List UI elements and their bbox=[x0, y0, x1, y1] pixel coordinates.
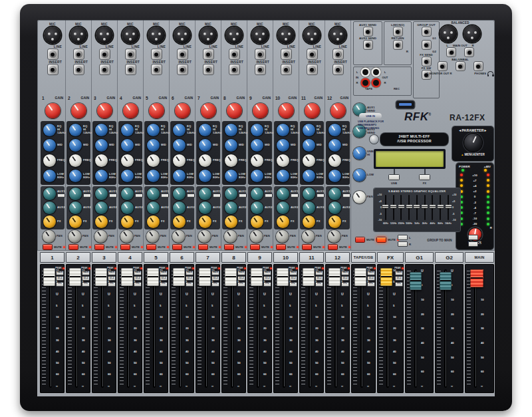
eq-freq-knob[interactable] bbox=[147, 154, 160, 167]
geq-slider-cap[interactable] bbox=[422, 205, 428, 208]
main-assign-button[interactable]: MAIN bbox=[237, 271, 245, 275]
fx-knob[interactable] bbox=[329, 215, 341, 228]
group-assign-button[interactable]: G1-2 bbox=[134, 276, 142, 281]
eq-mid-knob[interactable] bbox=[69, 139, 82, 152]
aux2-knob[interactable] bbox=[277, 202, 289, 214]
group-assign-button[interactable]: G1-2 bbox=[395, 276, 403, 281]
fx-knob[interactable] bbox=[69, 215, 82, 228]
group-assign-button[interactable]: G1-2 bbox=[289, 276, 297, 281]
mute-button[interactable] bbox=[120, 244, 130, 250]
geq-slider[interactable]: 120Hz bbox=[390, 194, 397, 224]
main-assign-button[interactable]: MAIN bbox=[395, 271, 403, 275]
gain-knob[interactable] bbox=[45, 103, 61, 118]
pan-knob[interactable] bbox=[276, 230, 289, 243]
pfl-button[interactable]: PFL bbox=[367, 282, 375, 287]
aux-pre-button[interactable] bbox=[135, 194, 143, 198]
eq-hi-knob[interactable] bbox=[251, 124, 263, 136]
fx-knob[interactable] bbox=[225, 215, 237, 228]
fader-cap[interactable] bbox=[470, 269, 483, 287]
eq-low-knob[interactable] bbox=[95, 170, 108, 182]
main-assign-button[interactable]: MAIN bbox=[263, 271, 271, 275]
eq-hi-knob[interactable] bbox=[121, 124, 134, 136]
aux-pre-button[interactable] bbox=[239, 194, 247, 198]
pfl-button[interactable]: PFL bbox=[56, 282, 64, 287]
aux2-knob[interactable] bbox=[43, 202, 56, 214]
eq-low-knob[interactable] bbox=[303, 170, 315, 182]
geq-slider-cap[interactable] bbox=[438, 205, 444, 208]
aux2-knob[interactable] bbox=[225, 202, 237, 214]
aux1-knob[interactable] bbox=[303, 188, 315, 200]
geq-slider-cap[interactable] bbox=[382, 205, 388, 208]
pan-knob[interactable] bbox=[68, 230, 81, 243]
pan-knob[interactable] bbox=[146, 230, 159, 243]
fader-cap[interactable] bbox=[225, 268, 237, 286]
fx-mode-button[interactable] bbox=[419, 174, 430, 180]
eq-hi-knob[interactable] bbox=[303, 124, 315, 136]
gain-knob[interactable] bbox=[97, 103, 112, 118]
aux-pre-button[interactable] bbox=[213, 194, 221, 198]
group-assign-button[interactable]: G1-2 bbox=[263, 276, 271, 281]
group-assign-button[interactable]: G1-2 bbox=[341, 276, 349, 281]
eq-mid-knob[interactable] bbox=[43, 139, 56, 152]
fader-cap[interactable] bbox=[121, 268, 133, 286]
geq-slider[interactable]: 8kHz bbox=[437, 194, 444, 224]
master-knob[interactable] bbox=[353, 169, 366, 182]
pfl-button[interactable]: PFL bbox=[315, 282, 323, 287]
eq-mid-knob[interactable] bbox=[95, 139, 108, 152]
eq-low-knob[interactable] bbox=[173, 170, 186, 182]
fader-cap[interactable] bbox=[380, 268, 392, 286]
eq-low-knob[interactable] bbox=[251, 170, 263, 182]
eq-low-knob[interactable] bbox=[121, 170, 134, 182]
aux-pre-button[interactable] bbox=[317, 194, 325, 198]
mute-button[interactable] bbox=[94, 244, 104, 250]
gain-knob[interactable] bbox=[253, 103, 268, 118]
mute-button[interactable] bbox=[224, 244, 234, 250]
group-assign-button[interactable]: G1-2 bbox=[315, 276, 323, 281]
mute-button[interactable] bbox=[146, 244, 156, 250]
eq-low-knob[interactable] bbox=[277, 170, 289, 182]
pan-knob[interactable] bbox=[198, 230, 211, 243]
pfl-button[interactable]: PFL bbox=[82, 282, 90, 287]
group-assign-button[interactable]: G1-2 bbox=[367, 276, 375, 281]
g2-to-main-r-button[interactable] bbox=[468, 241, 478, 247]
mute-button[interactable] bbox=[43, 244, 53, 250]
aux2-knob[interactable] bbox=[199, 202, 211, 214]
geq-slider-cap[interactable] bbox=[398, 205, 404, 208]
g2-to-main-l-button[interactable] bbox=[468, 235, 478, 240]
pan-knob[interactable] bbox=[120, 230, 133, 243]
geq-slider[interactable]: 60Hz bbox=[382, 194, 389, 224]
eq-mid-knob[interactable] bbox=[251, 139, 263, 152]
gain-knob[interactable] bbox=[331, 103, 346, 118]
eq-freq-knob[interactable] bbox=[121, 154, 134, 167]
pfl-button[interactable]: PFL bbox=[289, 282, 297, 287]
aux2-knob[interactable] bbox=[173, 202, 186, 214]
gain-knob[interactable] bbox=[71, 103, 86, 118]
fader-cap[interactable] bbox=[277, 268, 289, 286]
aux2-knob[interactable] bbox=[69, 202, 82, 214]
eq-freq-knob[interactable] bbox=[43, 154, 56, 167]
fader-cap[interactable] bbox=[95, 268, 107, 286]
aux1-knob[interactable] bbox=[121, 188, 134, 200]
eq-low-knob[interactable] bbox=[43, 170, 56, 182]
eq-freq-knob[interactable] bbox=[225, 154, 237, 167]
eq-mid-knob[interactable] bbox=[121, 139, 134, 152]
fader-cap[interactable] bbox=[251, 268, 263, 286]
geq-slider[interactable]: 1kHz bbox=[413, 194, 420, 224]
eq-mid-knob[interactable] bbox=[303, 139, 315, 152]
mute-button[interactable] bbox=[302, 244, 312, 250]
group-assign-button[interactable]: G1-2 bbox=[186, 276, 194, 281]
gain-knob[interactable] bbox=[305, 103, 320, 118]
gain-knob[interactable] bbox=[227, 103, 242, 118]
eq-mid-knob[interactable] bbox=[147, 139, 160, 152]
aux-pre-button[interactable] bbox=[265, 194, 273, 198]
aux-pre-button[interactable] bbox=[342, 194, 350, 198]
pfl-button[interactable]: PFL bbox=[134, 282, 142, 287]
aux-pre-button[interactable] bbox=[291, 194, 299, 198]
pfl-button[interactable]: PFL bbox=[186, 282, 194, 287]
mute-button[interactable] bbox=[198, 244, 208, 250]
fx-mute-button[interactable] bbox=[376, 237, 386, 243]
eq-low-knob[interactable] bbox=[225, 170, 237, 182]
eq-low-knob[interactable] bbox=[147, 170, 160, 182]
mute-button[interactable] bbox=[68, 244, 78, 250]
aux1-knob[interactable] bbox=[329, 188, 341, 200]
